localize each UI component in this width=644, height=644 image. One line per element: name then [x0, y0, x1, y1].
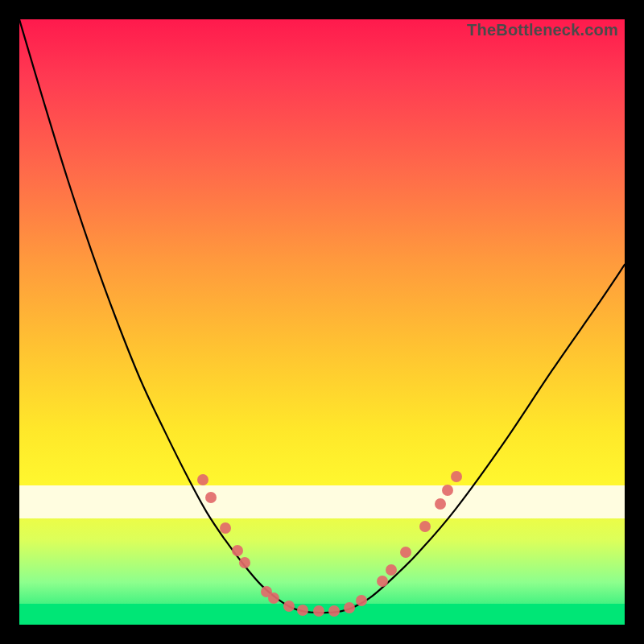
data-point	[400, 547, 411, 558]
chart-frame: TheBottleneck.com	[19, 19, 625, 625]
data-point	[451, 471, 462, 482]
data-point	[435, 498, 446, 510]
data-point	[297, 605, 308, 616]
watermark-text: TheBottleneck.com	[467, 21, 618, 39]
plot-area	[19, 19, 625, 625]
data-point	[344, 602, 355, 613]
data-point	[356, 595, 367, 606]
data-point	[377, 576, 388, 587]
data-point	[197, 474, 208, 485]
data-point	[220, 522, 231, 534]
data-point	[239, 557, 250, 568]
data-point	[419, 521, 431, 532]
data-point	[268, 592, 279, 604]
data-point	[283, 601, 295, 612]
bottleneck-curve	[19, 19, 625, 625]
data-point	[232, 545, 243, 556]
